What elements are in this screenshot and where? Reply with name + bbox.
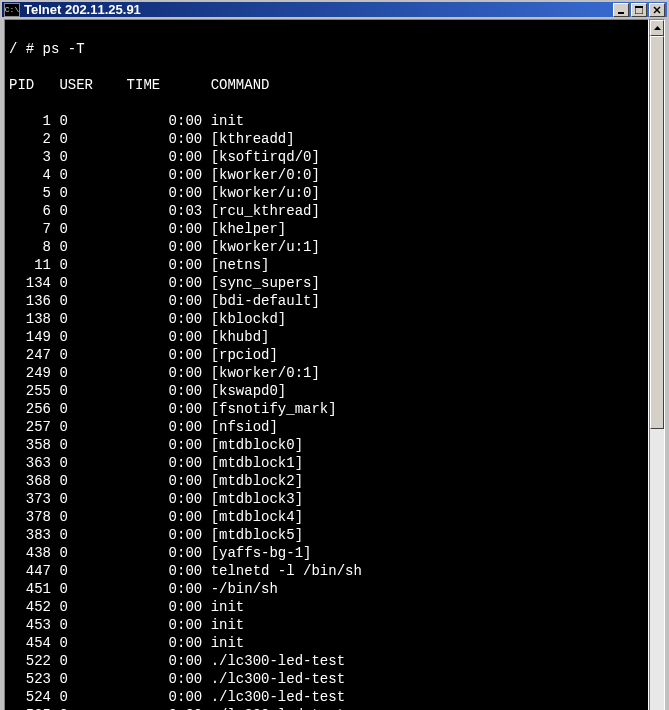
- ps-rows: 1 0 0:00 init2 0 0:00 [kthreadd]3 0 0:00…: [9, 112, 644, 710]
- cell-command: [kthreadd]: [211, 130, 295, 148]
- table-row: 134 0 0:00 [sync_supers]: [9, 274, 644, 292]
- cell-user: 0: [59, 544, 118, 562]
- cell-command: [fsnotify_mark]: [211, 400, 337, 418]
- cell-command: [kworker/0:1]: [211, 364, 320, 382]
- cell-command: ./lc300-led-test: [211, 652, 345, 670]
- cell-command: init: [211, 616, 245, 634]
- scroll-track[interactable]: [650, 36, 664, 710]
- table-row: 454 0 0:00 init: [9, 634, 644, 652]
- cell-pid: 2: [9, 130, 51, 148]
- cell-time: 0:00: [127, 346, 203, 364]
- cell-time: 0:00: [127, 544, 203, 562]
- table-row: 451 0 0:00 -/bin/sh: [9, 580, 644, 598]
- maximize-button[interactable]: [631, 3, 647, 17]
- cell-pid: 255: [9, 382, 51, 400]
- cell-time: 0:00: [127, 130, 203, 148]
- terminal-output[interactable]: / # ps -T PID USER TIME COMMAND 1 0 0:00…: [4, 19, 649, 710]
- vertical-scrollbar[interactable]: [649, 19, 665, 710]
- cell-command: [kswapd0]: [211, 382, 287, 400]
- col-time-header: TIME: [127, 76, 203, 94]
- cell-command: init: [211, 112, 245, 130]
- ps-header-row: PID USER TIME COMMAND: [9, 76, 644, 94]
- cell-time: 0:00: [127, 616, 203, 634]
- cell-command: [mtdblock2]: [211, 472, 303, 490]
- cell-command: [ksoftirqd/0]: [211, 148, 320, 166]
- table-row: 438 0 0:00 [yaffs-bg-1]: [9, 544, 644, 562]
- cell-user: 0: [59, 670, 118, 688]
- cell-pid: 8: [9, 238, 51, 256]
- cell-pid: 6: [9, 202, 51, 220]
- cell-user: 0: [59, 454, 118, 472]
- cell-pid: 438: [9, 544, 51, 562]
- cell-pid: 453: [9, 616, 51, 634]
- minimize-icon: [617, 6, 625, 14]
- cell-user: 0: [59, 400, 118, 418]
- cell-command: [rpciod]: [211, 346, 278, 364]
- table-row: 525 0 0:00 ./lc300-led-test: [9, 706, 644, 710]
- cell-time: 0:00: [127, 454, 203, 472]
- table-row: 3 0 0:00 [ksoftirqd/0]: [9, 148, 644, 166]
- cell-command: ./lc300-led-test: [211, 670, 345, 688]
- terminal-container: / # ps -T PID USER TIME COMMAND 1 0 0:00…: [2, 17, 667, 710]
- cell-time: 0:00: [127, 166, 203, 184]
- table-row: 5 0 0:00 [kworker/u:0]: [9, 184, 644, 202]
- cell-time: 0:00: [127, 670, 203, 688]
- table-row: 452 0 0:00 init: [9, 598, 644, 616]
- cell-user: 0: [59, 220, 118, 238]
- cell-time: 0:00: [127, 526, 203, 544]
- table-row: 383 0 0:00 [mtdblock5]: [9, 526, 644, 544]
- cell-time: 0:00: [127, 328, 203, 346]
- cell-command: [mtdblock0]: [211, 436, 303, 454]
- cell-user: 0: [59, 292, 118, 310]
- cell-pid: 134: [9, 274, 51, 292]
- cell-pid: 523: [9, 670, 51, 688]
- window-title: Telnet 202.11.25.91: [24, 2, 613, 17]
- cell-command: [kworker/u:1]: [211, 238, 320, 256]
- cell-user: 0: [59, 382, 118, 400]
- table-row: 257 0 0:00 [nfsiod]: [9, 418, 644, 436]
- cell-pid: 363: [9, 454, 51, 472]
- cell-pid: 524: [9, 688, 51, 706]
- cell-user: 0: [59, 274, 118, 292]
- cell-user: 0: [59, 238, 118, 256]
- maximize-icon: [635, 6, 643, 14]
- table-row: 453 0 0:00 init: [9, 616, 644, 634]
- cell-command: ./lc300-led-test: [211, 706, 345, 710]
- cell-command: [khelper]: [211, 220, 287, 238]
- cell-pid: 136: [9, 292, 51, 310]
- cell-pid: 247: [9, 346, 51, 364]
- cell-time: 0:00: [127, 706, 203, 710]
- table-row: 138 0 0:00 [kblockd]: [9, 310, 644, 328]
- cell-time: 0:00: [127, 418, 203, 436]
- cell-command: [mtdblock1]: [211, 454, 303, 472]
- cell-command: [mtdblock5]: [211, 526, 303, 544]
- cell-command: telnetd -l /bin/sh: [211, 562, 362, 580]
- cell-user: 0: [59, 616, 118, 634]
- scroll-up-button[interactable]: [650, 20, 664, 36]
- chevron-up-icon: [654, 26, 661, 30]
- titlebar[interactable]: C:\ Telnet 202.11.25.91: [2, 2, 667, 17]
- close-button[interactable]: [649, 3, 665, 17]
- svg-marker-5: [654, 26, 661, 30]
- cell-command: [sync_supers]: [211, 274, 320, 292]
- cell-user: 0: [59, 508, 118, 526]
- col-command-header: COMMAND: [211, 76, 270, 94]
- cell-user: 0: [59, 148, 118, 166]
- cell-pid: 383: [9, 526, 51, 544]
- minimize-button[interactable]: [613, 3, 629, 17]
- cell-command: [mtdblock4]: [211, 508, 303, 526]
- scroll-thumb[interactable]: [650, 36, 664, 429]
- cell-time: 0:00: [127, 148, 203, 166]
- cell-time: 0:00: [127, 598, 203, 616]
- cell-command: [khubd]: [211, 328, 270, 346]
- cell-command: [kworker/u:0]: [211, 184, 320, 202]
- cell-user: 0: [59, 166, 118, 184]
- cell-pid: 378: [9, 508, 51, 526]
- cell-user: 0: [59, 112, 118, 130]
- table-row: 524 0 0:00 ./lc300-led-test: [9, 688, 644, 706]
- cell-user: 0: [59, 364, 118, 382]
- cell-pid: 451: [9, 580, 51, 598]
- table-row: 11 0 0:00 [netns]: [9, 256, 644, 274]
- cell-time: 0:00: [127, 490, 203, 508]
- table-row: 256 0 0:00 [fsnotify_mark]: [9, 400, 644, 418]
